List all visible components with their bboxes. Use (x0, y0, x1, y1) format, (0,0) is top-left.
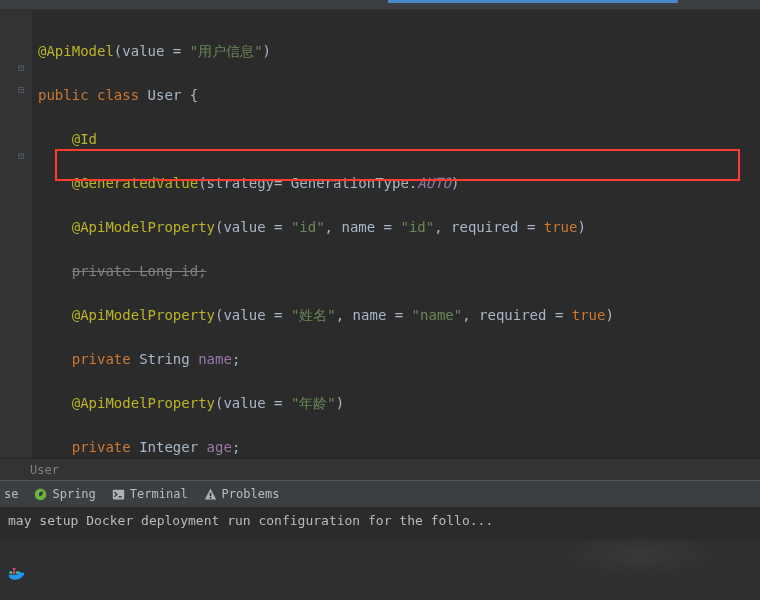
svg-rect-3 (10, 571, 13, 574)
terminal-icon (112, 488, 125, 501)
annotation: @ApiModel (38, 43, 114, 59)
terminal-output: may setup Docker deployment run configur… (0, 507, 760, 534)
docker-icon[interactable] (6, 562, 28, 584)
code-editor[interactable]: ⊟ ⊟ ⊟ @ApiModel(value = "用户信息") public c… (0, 10, 760, 480)
terminal-line: may setup Docker deployment run configur… (8, 513, 493, 528)
svg-rect-6 (13, 568, 15, 571)
bottom-panel: se Spring Terminal Problems may setup Do… (0, 480, 760, 540)
spring-icon (34, 488, 47, 501)
breadcrumb[interactable]: User (0, 458, 760, 480)
svg-rect-1 (209, 492, 211, 495)
tab-spring[interactable]: Spring (34, 487, 95, 501)
fold-icon[interactable]: ⊟ (18, 84, 24, 95)
tab-problems[interactable]: Problems (204, 487, 280, 501)
fold-icon[interactable]: ⊟ (18, 150, 24, 161)
breadcrumb-item[interactable]: User (30, 463, 59, 477)
tab-se[interactable]: se (4, 487, 18, 501)
tool-tabs: se Spring Terminal Problems (0, 481, 760, 507)
svg-rect-0 (113, 489, 124, 499)
gutter: ⊟ ⊟ ⊟ (0, 10, 32, 480)
fold-icon[interactable]: ⊟ (18, 62, 24, 73)
svg-rect-4 (13, 571, 15, 574)
glare (550, 535, 730, 575)
warning-icon (204, 488, 217, 501)
tab-terminal[interactable]: Terminal (112, 487, 188, 501)
tab-bar (0, 0, 760, 10)
svg-rect-2 (209, 496, 211, 498)
